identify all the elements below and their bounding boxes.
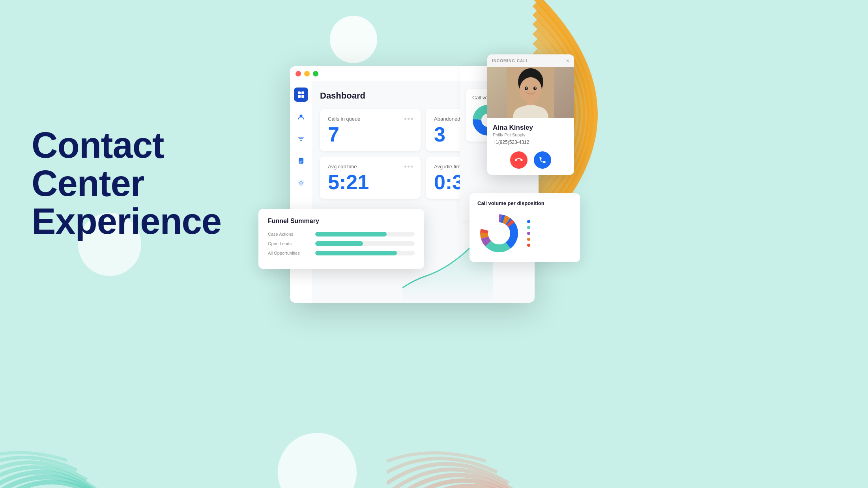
svg-point-28 bbox=[490, 224, 509, 243]
call-header-label: INCOMING CALL bbox=[492, 59, 529, 63]
sidebar-item-files[interactable] bbox=[294, 154, 308, 168]
svg-rect-2 bbox=[298, 91, 301, 94]
donut-chart-container bbox=[477, 212, 521, 255]
legend-dot-5 bbox=[527, 244, 530, 247]
window-dot-yellow[interactable] bbox=[304, 71, 310, 76]
contacts-icon bbox=[297, 113, 305, 120]
funnel-bar-all-opportunities bbox=[315, 251, 397, 255]
funnel-label-case-actions: Case Actions bbox=[268, 232, 311, 237]
legend-item-2: ● bbox=[527, 226, 530, 229]
dashboard-icon bbox=[297, 91, 305, 98]
funnel-row-case-actions: Case Actions bbox=[268, 232, 415, 237]
window-dot-red[interactable] bbox=[296, 71, 301, 76]
funnel-summary-card: Funnel Summary Case Actions Open Leads A… bbox=[258, 209, 424, 269]
svg-point-17 bbox=[520, 77, 542, 102]
files-icon bbox=[297, 157, 305, 164]
legend-item-1: ● bbox=[527, 220, 530, 223]
caller-avatar-svg bbox=[507, 67, 554, 118]
svg-point-22 bbox=[535, 87, 536, 89]
stat-label-avg-call-time: Avg call time bbox=[328, 164, 413, 169]
funnel-label-all-opportunities: All Opportunities bbox=[268, 251, 311, 255]
stat-value-avg-call-time: 5:21 bbox=[328, 172, 413, 192]
funnel-bar-open-leads bbox=[315, 241, 363, 246]
svg-rect-13 bbox=[299, 162, 301, 163]
funnel-label-open-leads: Open Leads bbox=[268, 241, 311, 246]
legend-item-3: ● bbox=[527, 232, 530, 235]
hero-title-line1: Contact Center bbox=[32, 125, 164, 203]
funnel-row-open-leads: Open Leads bbox=[268, 241, 415, 246]
decline-icon bbox=[515, 156, 523, 164]
svg-rect-5 bbox=[301, 95, 304, 98]
window-dot-green[interactable] bbox=[313, 71, 318, 76]
stat-dots-1 bbox=[404, 118, 413, 120]
hero-title-line2: Experience bbox=[32, 201, 221, 241]
hero-text-block: Contact Center Experience bbox=[32, 126, 245, 240]
call-volume-legend: ● ● ● ● ● bbox=[527, 220, 530, 247]
legend-item-4: ● bbox=[527, 238, 530, 241]
settings-icon bbox=[297, 179, 305, 186]
call-volume-card: Call volume per disposition ● ● bbox=[470, 193, 580, 262]
sidebar-item-settings[interactable] bbox=[294, 176, 308, 190]
filter-icon bbox=[297, 135, 305, 142]
legend-dot-1 bbox=[527, 220, 530, 223]
teal-arcs-decoration bbox=[0, 370, 126, 488]
svg-point-14 bbox=[300, 182, 302, 184]
legend-dot-3 bbox=[527, 232, 530, 235]
legend-item-5: ● bbox=[527, 244, 530, 247]
funnel-bar-case-actions bbox=[315, 232, 387, 237]
stat-card-calls-in-queue: Calls in queue 7 bbox=[320, 109, 421, 151]
sidebar-item-dashboard[interactable] bbox=[294, 88, 308, 102]
stat-label-calls-in-queue: Calls in queue bbox=[328, 116, 413, 122]
caller-name: Aina Kinsley bbox=[493, 124, 569, 132]
svg-point-21 bbox=[526, 87, 528, 89]
decline-call-button[interactable] bbox=[510, 151, 528, 169]
call-actions bbox=[487, 147, 574, 175]
svg-rect-4 bbox=[298, 95, 301, 98]
stat-dots-3 bbox=[404, 166, 413, 168]
call-header: INCOMING CALL × bbox=[487, 54, 574, 67]
call-volume-title: Call volume per disposition bbox=[477, 200, 572, 206]
svg-rect-12 bbox=[299, 161, 303, 162]
sidebar bbox=[290, 81, 312, 303]
svg-rect-3 bbox=[301, 91, 304, 94]
accept-icon bbox=[539, 156, 546, 164]
caller-info: Aina Kinsley Philly Pet Supply +1(925)52… bbox=[487, 118, 574, 147]
caller-company: Philly Pet Supply bbox=[493, 132, 569, 137]
sidebar-item-contacts[interactable] bbox=[294, 110, 308, 124]
funnel-bar-bg-3 bbox=[315, 251, 415, 255]
decorative-circle-3 bbox=[278, 433, 357, 488]
legend-dot-2 bbox=[527, 226, 530, 229]
pink-arcs-decoration bbox=[387, 362, 552, 488]
caller-photo bbox=[487, 67, 574, 118]
sidebar-item-filter[interactable] bbox=[294, 132, 308, 146]
funnel-bar-bg-2 bbox=[315, 241, 415, 246]
caller-phone: +1(925)523-4312 bbox=[493, 140, 569, 145]
call-volume-chart-area: ● ● ● ● ● bbox=[477, 212, 572, 255]
stat-card-avg-call-time: Avg call time 5:21 bbox=[320, 156, 421, 199]
stat-value-calls-in-queue: 7 bbox=[328, 124, 413, 145]
donut-chart-svg bbox=[477, 212, 521, 255]
accept-call-button[interactable] bbox=[534, 151, 551, 169]
funnel-bar-bg-1 bbox=[315, 232, 415, 237]
funnel-row-all-opportunities: All Opportunities bbox=[268, 251, 415, 255]
incoming-call-popup: INCOMING CALL × Aina Kinsley Philly P bbox=[487, 54, 574, 175]
svg-rect-11 bbox=[299, 160, 303, 160]
funnel-title: Funnel Summary bbox=[268, 218, 415, 225]
legend-dot-4 bbox=[527, 238, 530, 241]
call-close-button[interactable]: × bbox=[566, 58, 569, 64]
decorative-circle-1 bbox=[330, 16, 377, 63]
